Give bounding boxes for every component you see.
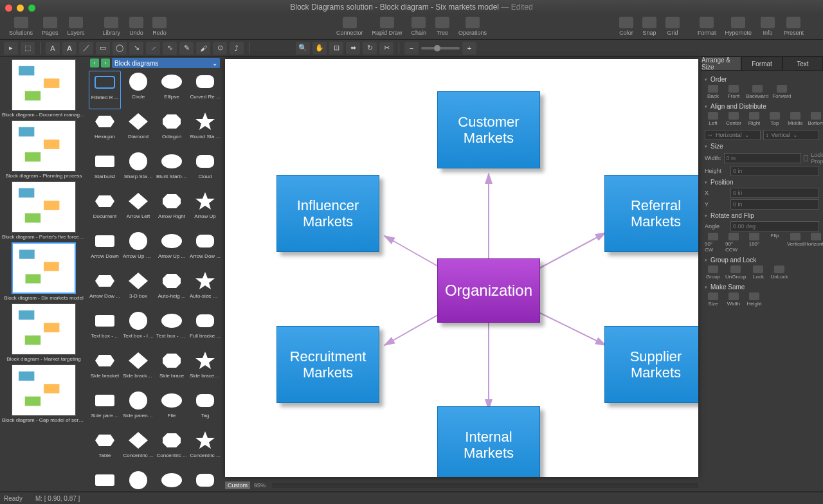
shape-2[interactable]: Ellipse — [156, 71, 188, 109]
tab-1[interactable]: Format — [741, 57, 782, 71]
chain-button[interactable]: Chain — [408, 15, 431, 37]
undo-button[interactable]: Undo — [125, 15, 147, 37]
crop-tool[interactable]: ⊡ — [329, 42, 343, 55]
stamp-tool[interactable]: ⊙ — [213, 42, 227, 55]
rect-tool[interactable]: ▭ — [96, 42, 110, 55]
shape-21[interactable]: 3-D box — [122, 270, 154, 309]
grid-button[interactable]: Grid — [662, 15, 683, 37]
zoom-level[interactable]: 95% — [254, 482, 266, 489]
shape-7[interactable]: Round Sta ... — [189, 111, 221, 149]
flip-btn-1[interactable]: Horizontal — [808, 233, 823, 253]
tab-2[interactable]: Text — [782, 57, 823, 71]
ellipse-tool[interactable]: ◯ — [113, 42, 127, 55]
y-input[interactable] — [730, 199, 819, 210]
shape-43[interactable]: Partial layer 3 — [189, 469, 221, 491]
diagram-center-node[interactable]: Organization — [437, 258, 540, 323]
pages-button[interactable]: Pages — [38, 15, 62, 37]
order-btn-3[interactable]: Forward — [772, 85, 791, 99]
shape-36[interactable]: Table — [89, 429, 121, 468]
connector-button[interactable]: Connector — [332, 15, 367, 37]
line-tool[interactable]: ／ — [79, 42, 93, 55]
maximize-window-icon[interactable] — [28, 4, 35, 12]
shape-35[interactable]: Tag — [189, 390, 221, 428]
rotate-btn-2[interactable]: 180° — [746, 233, 763, 253]
shape-22[interactable]: Auto-heig ... — [156, 270, 188, 309]
grouplock-btn-3[interactable]: UnLock — [770, 266, 788, 280]
shape-24[interactable]: Text box - ... — [89, 310, 121, 348]
distribute-horizontal-dropdown[interactable]: ↔ Horizontal ⌄ — [705, 130, 761, 140]
curve-tool[interactable]: ∿ — [163, 42, 177, 55]
template-thumb-1[interactable]: Block diagram - Planning process — [1, 120, 86, 179]
shape-8[interactable]: Starburst — [89, 150, 121, 189]
operations-button[interactable]: Operations — [455, 15, 491, 37]
shape-40[interactable]: Concentric ... — [89, 469, 121, 491]
text-tool[interactable]: A — [46, 42, 60, 55]
rotate-btn-1[interactable]: 90° CCW — [725, 233, 742, 253]
close-window-icon[interactable] — [5, 4, 12, 12]
resize-tool[interactable]: ⬌ — [346, 42, 360, 55]
pointer-tool[interactable]: ▸ — [4, 42, 18, 55]
shape-6[interactable]: Octagon — [156, 111, 188, 149]
diagram-node-2[interactable]: ReferralMarkets — [604, 175, 698, 252]
height-input[interactable] — [730, 166, 819, 176]
angle-input[interactable] — [730, 221, 819, 231]
crop2-tool[interactable]: ✂ — [379, 42, 393, 55]
zoom-slider[interactable] — [421, 47, 460, 50]
hypernote-button[interactable]: Hypernote — [721, 15, 755, 37]
shape-34[interactable]: File — [156, 390, 188, 428]
snap-button[interactable]: Snap — [638, 15, 660, 37]
order-btn-2[interactable]: Backward — [746, 85, 768, 99]
rapid-draw-button[interactable]: Rapid Draw — [368, 15, 406, 37]
align-btn-2[interactable]: Right — [746, 112, 763, 126]
flip-btn-0[interactable]: Vertical — [787, 233, 804, 253]
shape-33[interactable]: Side parenth ... — [122, 390, 154, 428]
color-button[interactable]: Color — [615, 15, 637, 37]
align-btn-3[interactable]: Top — [766, 112, 783, 126]
connector-tool[interactable]: ↘ — [129, 42, 143, 55]
zoom-tool[interactable]: 🔍 — [296, 42, 310, 55]
format-button[interactable]: Format — [694, 15, 720, 37]
minimize-window-icon[interactable] — [17, 4, 24, 12]
tab-0[interactable]: Arrange & Size — [701, 57, 741, 71]
align-btn-1[interactable]: Center — [725, 112, 742, 126]
makesame-btn-0[interactable]: Size — [705, 292, 721, 307]
diagram-node-5[interactable]: InternalMarkets — [437, 406, 540, 477]
shape-19[interactable]: Arrow Dow ... — [189, 230, 221, 269]
shape-17[interactable]: Arrow Up Left — [122, 230, 154, 269]
shapes-library-dropdown[interactable]: Block diagrams⌄ — [112, 58, 220, 68]
shape-13[interactable]: Arrow Left — [122, 190, 154, 229]
template-thumb-5[interactable]: Block diagram - Gap model of service q..… — [1, 364, 86, 423]
shape-28[interactable]: Side bracket — [89, 350, 121, 388]
align-btn-4[interactable]: Middle — [787, 112, 804, 126]
shape-18[interactable]: Arrow Up ... — [156, 230, 188, 269]
bold-tool[interactable]: A — [62, 42, 77, 55]
distribute-vertical-dropdown[interactable]: ↕ Vertical ⌄ — [763, 130, 819, 140]
view-mode[interactable]: Custom — [225, 482, 250, 489]
align-btn-0[interactable]: Left — [705, 112, 721, 126]
present-button[interactable]: Present — [780, 15, 808, 37]
library-button[interactable]: Library — [99, 15, 125, 37]
shape-37[interactable]: Concentric ... — [122, 429, 154, 468]
shapes-forward-button[interactable]: › — [101, 59, 110, 68]
align-btn-5[interactable]: Bottom — [808, 112, 823, 126]
shape-9[interactable]: Sharp Sta ... — [122, 150, 154, 189]
makesame-btn-1[interactable]: Width — [725, 292, 742, 307]
shape-16[interactable]: Arrow Down — [89, 230, 121, 269]
shape-1[interactable]: Circle — [122, 71, 154, 109]
rotate-tool[interactable]: ↻ — [363, 42, 377, 55]
grouplock-btn-0[interactable]: Group — [705, 266, 721, 280]
template-thumb-0[interactable]: Block diagram - Document management... — [1, 59, 86, 118]
shape-11[interactable]: Cloud — [189, 150, 221, 189]
shape-0[interactable]: Filleted R ... — [89, 71, 121, 109]
shape-31[interactable]: Side brace - ... — [189, 350, 221, 388]
shape-12[interactable]: Document — [89, 190, 121, 229]
diagram-node-3[interactable]: RecruitmentMarkets — [276, 326, 379, 403]
order-btn-0[interactable]: Back — [705, 85, 721, 99]
template-thumb-4[interactable]: Block diagram - Market targeting — [1, 303, 86, 362]
diagram-node-0[interactable]: CustomerMarkets — [437, 91, 540, 168]
shape-29[interactable]: Side bracket ... — [122, 350, 154, 388]
width-input[interactable] — [724, 153, 801, 163]
shape-32[interactable]: Side pare ... — [89, 390, 121, 428]
redo-button[interactable]: Redo — [149, 15, 170, 37]
shape-27[interactable]: Full bracke ... — [189, 310, 221, 348]
